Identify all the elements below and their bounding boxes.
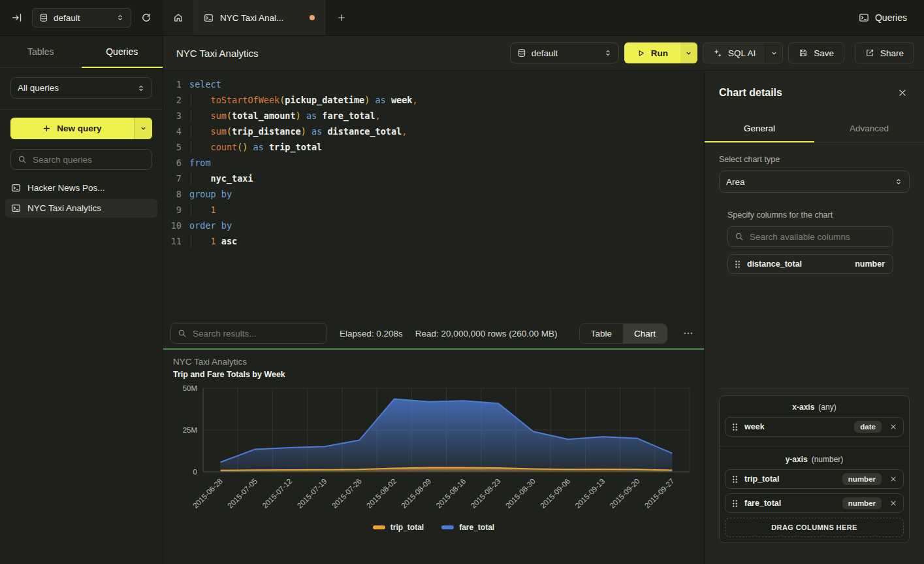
column-name: week bbox=[744, 422, 848, 431]
line-number: 1 bbox=[163, 76, 182, 92]
save-button[interactable]: Save bbox=[788, 42, 844, 63]
sidebar: Tables Queries All queries N bbox=[0, 36, 163, 564]
tab-advanced[interactable]: Advanced bbox=[814, 114, 924, 142]
column-item-trip_total[interactable]: trip_totalnumber bbox=[725, 469, 904, 489]
code-line[interactable]: toStartOfWeek(pickup_datetime) as week, bbox=[182, 92, 418, 108]
new-tab-button[interactable] bbox=[325, 0, 357, 35]
database-selector[interactable]: default bbox=[32, 8, 131, 27]
svg-text:2015-08-16: 2015-08-16 bbox=[434, 477, 467, 510]
editor-line: 8group by bbox=[163, 186, 704, 202]
column-item-week[interactable]: weekdate bbox=[725, 417, 904, 437]
search-icon bbox=[735, 232, 744, 241]
y-axis-hint: (number) bbox=[812, 455, 844, 464]
columns-section: Specify columns for the chart distance_t… bbox=[705, 210, 924, 279]
code-line[interactable]: sum(total_amount) as fare_total, bbox=[182, 108, 381, 124]
new-query-dropdown-button[interactable] bbox=[134, 118, 152, 139]
close-icon[interactable] bbox=[898, 88, 907, 97]
tab-general[interactable]: General bbox=[705, 114, 814, 142]
column-type-badge: number bbox=[842, 497, 882, 509]
chart-type-select[interactable]: Area bbox=[719, 171, 910, 193]
sql-editor[interactable]: 1select2 toStartOfWeek(pickup_datetime) … bbox=[163, 71, 704, 318]
run-button[interactable]: Run bbox=[624, 42, 680, 63]
sidebar-query-item[interactable]: NYC Taxi Analytics bbox=[5, 199, 157, 218]
legend-swatch bbox=[373, 525, 385, 529]
terminal-icon bbox=[204, 13, 214, 23]
rows-read: Read: 20,000,000 rows (260.00 MB) bbox=[415, 329, 558, 339]
column-type-badge: number bbox=[842, 473, 882, 485]
line-number: 3 bbox=[163, 108, 182, 124]
drop-zone[interactable]: DRAG COLUMNS HERE bbox=[725, 518, 904, 537]
editor-line: 4 sum(trip_distance) as distance_total, bbox=[163, 124, 704, 139]
unsaved-dot bbox=[310, 15, 315, 20]
run-dropdown-button[interactable] bbox=[680, 42, 697, 63]
column-name: distance_total bbox=[747, 259, 848, 269]
query-filter-select[interactable]: All queries bbox=[10, 77, 152, 99]
svg-text:2015-07-19: 2015-07-19 bbox=[296, 477, 328, 510]
code-line[interactable]: 1 bbox=[182, 202, 216, 218]
queries-nav-label: Queries bbox=[875, 12, 907, 23]
area-chart[interactable]: 025M50M2015-06-282015-07-052015-07-12201… bbox=[163, 382, 704, 521]
column-item-distance_total[interactable]: distance_totalnumber bbox=[727, 254, 893, 274]
new-query-split-button: New query bbox=[10, 118, 152, 139]
drag-handle-icon[interactable] bbox=[735, 260, 741, 269]
code-line[interactable]: 1 asc bbox=[182, 233, 237, 249]
editor-line: 6from bbox=[163, 155, 704, 171]
legend-item-trip_total[interactable]: trip_total bbox=[373, 523, 424, 532]
drag-handle-icon[interactable] bbox=[732, 423, 738, 431]
legend-item-fare_total[interactable]: fare_total bbox=[441, 523, 494, 532]
tab-strip: NYC Taxi Anal... bbox=[163, 0, 357, 35]
tab-queries[interactable]: Queries bbox=[82, 36, 163, 67]
remove-icon[interactable] bbox=[890, 500, 897, 506]
panel-title: Chart details bbox=[719, 87, 782, 99]
column-search-input[interactable] bbox=[750, 232, 886, 242]
queries-nav-button[interactable]: Queries bbox=[842, 0, 924, 35]
remove-icon[interactable] bbox=[890, 423, 897, 430]
svg-text:2015-07-05: 2015-07-05 bbox=[226, 477, 259, 510]
sql-ai-button[interactable]: SQL AI bbox=[703, 43, 765, 63]
column-item-fare_total[interactable]: fare_totalnumber bbox=[725, 493, 904, 513]
run-database-selector[interactable]: default bbox=[510, 42, 619, 63]
tab-tables[interactable]: Tables bbox=[0, 36, 82, 67]
query-search[interactable] bbox=[10, 149, 152, 170]
elapsed-time: Elapsed: 0.208s bbox=[340, 329, 403, 339]
new-query-button[interactable]: New query bbox=[10, 118, 134, 139]
sql-ai-dropdown-button[interactable] bbox=[765, 43, 782, 63]
code-line[interactable]: order by bbox=[182, 218, 232, 233]
code-line[interactable]: select bbox=[182, 76, 221, 92]
home-tab-button[interactable] bbox=[163, 0, 194, 35]
results-search-input[interactable] bbox=[193, 329, 320, 339]
column-type-badge: date bbox=[854, 421, 882, 433]
drag-handle-icon[interactable] bbox=[732, 499, 738, 508]
svg-text:2015-07-26: 2015-07-26 bbox=[330, 477, 363, 510]
ellipsis-icon[interactable] bbox=[680, 328, 697, 339]
code-line[interactable]: from bbox=[182, 155, 211, 171]
view-toggle-chart[interactable]: Chart bbox=[623, 324, 667, 343]
search-icon bbox=[18, 155, 27, 164]
sql-console-app: default NYC Taxi Anal... bbox=[0, 0, 924, 564]
refresh-icon[interactable] bbox=[141, 12, 151, 23]
sidebar-query-item[interactable]: Hacker News Pos... bbox=[5, 178, 157, 197]
code-line[interactable]: sum(trip_distance) as distance_total, bbox=[182, 124, 407, 139]
y-axis-header: y-axis(number) bbox=[725, 455, 904, 464]
collapse-sidebar-icon[interactable] bbox=[12, 12, 22, 23]
editor-line: 11 1 asc bbox=[163, 233, 704, 249]
code-line[interactable]: nyc_taxi bbox=[182, 171, 253, 186]
sidebar-query-label: Hacker News Pos... bbox=[27, 183, 105, 193]
drag-handle-icon[interactable] bbox=[732, 475, 738, 484]
sparkle-icon bbox=[712, 48, 722, 58]
query-search-input[interactable] bbox=[33, 155, 145, 165]
tab-nyc-taxi-analytics[interactable]: NYC Taxi Anal... bbox=[194, 0, 325, 35]
code-line[interactable]: group by bbox=[182, 186, 232, 202]
view-toggle-table[interactable]: Table bbox=[580, 324, 623, 343]
results-search[interactable] bbox=[170, 323, 327, 344]
svg-text:50M: 50M bbox=[183, 384, 197, 392]
share-button[interactable]: Share bbox=[855, 42, 914, 63]
column-search[interactable] bbox=[727, 226, 893, 247]
chevron-down-icon bbox=[685, 50, 692, 57]
remove-icon[interactable] bbox=[890, 476, 897, 482]
chart-type-label: Select chart type bbox=[719, 155, 910, 164]
chart-type-section: Select chart type Area bbox=[705, 155, 924, 193]
chart-title: NYC Taxi Analytics bbox=[163, 357, 704, 367]
code-line[interactable]: count() as trip_total bbox=[182, 139, 322, 155]
editor-line: 10order by bbox=[163, 218, 704, 233]
